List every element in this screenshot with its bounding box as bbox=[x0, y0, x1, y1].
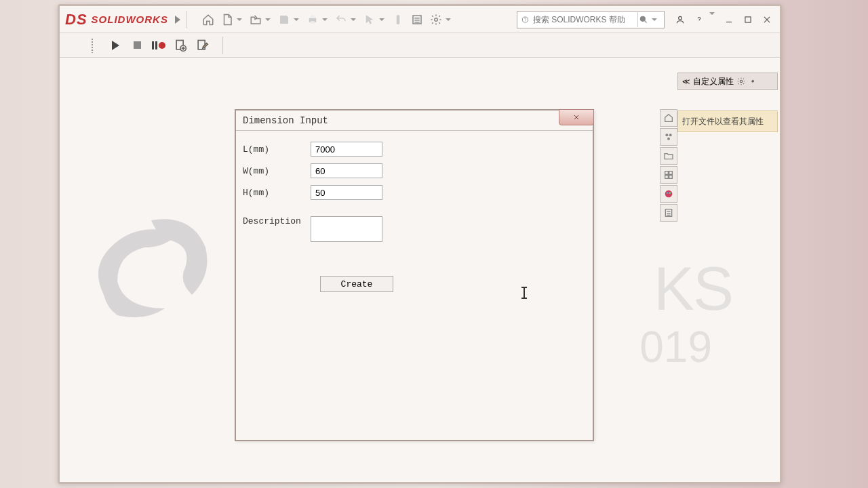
app-name: SOLIDWORKS bbox=[92, 14, 168, 25]
svg-rect-2 bbox=[311, 21, 315, 24]
svg-point-27 bbox=[667, 138, 670, 140]
macro-toolbar bbox=[60, 33, 780, 58]
new-macro-icon[interactable] bbox=[174, 39, 187, 52]
expand-menu-icon[interactable] bbox=[175, 16, 180, 24]
edit-macro-icon[interactable] bbox=[195, 39, 209, 52]
help-icon[interactable] bbox=[692, 12, 707, 27]
new-file-icon[interactable] bbox=[219, 12, 235, 28]
height-label: H(mm) bbox=[243, 188, 311, 198]
svg-point-39 bbox=[740, 80, 743, 83]
record-pause-macro-icon[interactable] bbox=[152, 39, 165, 52]
search-dropdown-icon[interactable] bbox=[652, 18, 657, 21]
width-input[interactable] bbox=[311, 163, 382, 178]
undo-icon[interactable] bbox=[333, 12, 349, 28]
maximize-icon[interactable] bbox=[741, 12, 755, 27]
svg-point-32 bbox=[665, 190, 673, 198]
custom-properties-header[interactable]: ≪ 自定义属性 bbox=[677, 73, 778, 90]
taskpane-appearance-icon[interactable] bbox=[660, 185, 677, 203]
custom-properties-title: 自定义属性 bbox=[693, 76, 734, 87]
svg-rect-28 bbox=[665, 171, 669, 175]
app-window: DS SOLIDWORKS bbox=[58, 4, 782, 484]
panel-pin-icon[interactable] bbox=[749, 77, 757, 85]
main-toolbar: DS SOLIDWORKS bbox=[60, 6, 780, 33]
dialog-body: L(mm) W(mm) H(mm) Description Create bbox=[236, 131, 593, 303]
panel-gear-icon[interactable] bbox=[736, 77, 746, 86]
toolbar-grip-icon[interactable] bbox=[91, 38, 94, 53]
home-icon[interactable] bbox=[200, 12, 216, 28]
watermark-text: KS bbox=[654, 254, 732, 324]
svg-rect-29 bbox=[669, 171, 673, 175]
workspace: KS 019 Dimension Input L(mm) W(mm) bbox=[60, 58, 780, 482]
help-search-input[interactable] bbox=[529, 15, 635, 24]
description-input[interactable] bbox=[311, 216, 382, 242]
print-icon[interactable] bbox=[304, 12, 321, 28]
svg-text:?: ? bbox=[524, 17, 527, 22]
open-file-dropdown-icon[interactable] bbox=[265, 18, 271, 21]
taskpane-resources-icon[interactable] bbox=[660, 128, 677, 146]
help-search-box[interactable]: ? bbox=[517, 11, 665, 28]
svg-point-26 bbox=[669, 134, 672, 136]
collapse-chevron-icon[interactable]: ≪ bbox=[682, 77, 690, 86]
svg-rect-3 bbox=[397, 15, 400, 24]
length-input[interactable] bbox=[311, 142, 382, 157]
close-window-icon[interactable] bbox=[760, 12, 774, 27]
task-pane-iconbar bbox=[660, 109, 677, 222]
app-logo: DS SOLIDWORKS bbox=[65, 11, 168, 28]
open-file-icon[interactable] bbox=[248, 12, 264, 28]
svg-point-25 bbox=[665, 134, 668, 136]
length-label: L(mm) bbox=[243, 144, 311, 155]
rebuild-icon[interactable] bbox=[390, 12, 406, 28]
select-icon[interactable] bbox=[361, 12, 378, 28]
height-input[interactable] bbox=[311, 185, 382, 200]
taskpane-view-icon[interactable] bbox=[660, 166, 677, 184]
dialog-title-text: Dimension Input bbox=[243, 115, 328, 126]
svg-point-34 bbox=[669, 192, 671, 194]
svg-rect-1 bbox=[311, 15, 315, 18]
ds-watermark-icon bbox=[80, 200, 222, 336]
taskpane-library-icon[interactable] bbox=[660, 147, 677, 165]
create-button[interactable]: Create bbox=[320, 276, 393, 292]
stop-macro-icon[interactable] bbox=[130, 39, 144, 52]
user-icon[interactable] bbox=[673, 12, 688, 27]
help-dropdown-icon[interactable] bbox=[709, 12, 715, 15]
panel-hint-note: 打开文件以查看其属性 bbox=[677, 110, 778, 132]
svg-rect-15 bbox=[745, 16, 751, 22]
svg-point-33 bbox=[667, 192, 669, 194]
width-label: W(mm) bbox=[243, 166, 311, 176]
print-dropdown-icon[interactable] bbox=[322, 18, 328, 21]
new-file-dropdown-icon[interactable] bbox=[237, 18, 242, 21]
search-icon[interactable] bbox=[637, 12, 649, 27]
taskpane-home-icon[interactable] bbox=[660, 109, 677, 127]
dialog-titlebar[interactable]: Dimension Input bbox=[236, 110, 593, 131]
svg-rect-30 bbox=[665, 176, 669, 179]
minimize-icon[interactable] bbox=[722, 12, 736, 27]
dialog-close-button[interactable] bbox=[559, 109, 594, 125]
settings-gear-icon[interactable] bbox=[428, 12, 444, 28]
watermark-year: 019 bbox=[639, 322, 712, 372]
save-icon[interactable] bbox=[276, 12, 292, 28]
save-dropdown-icon[interactable] bbox=[294, 18, 299, 21]
taskpane-properties-icon[interactable] bbox=[660, 204, 677, 222]
description-label: Description bbox=[243, 216, 311, 226]
svg-point-8 bbox=[435, 18, 438, 21]
undo-dropdown-icon[interactable] bbox=[351, 18, 356, 21]
dimension-input-dialog: Dimension Input L(mm) W(mm) H(mm) bbox=[235, 109, 594, 441]
options-list-icon[interactable] bbox=[409, 12, 425, 28]
play-macro-icon[interactable] bbox=[108, 39, 122, 52]
svg-point-11 bbox=[640, 16, 645, 21]
svg-point-13 bbox=[679, 16, 682, 20]
select-dropdown-icon[interactable] bbox=[379, 18, 384, 21]
settings-dropdown-icon[interactable] bbox=[446, 18, 451, 21]
svg-line-12 bbox=[645, 20, 647, 22]
svg-rect-31 bbox=[669, 176, 673, 179]
custom-properties-panel: ≪ 自定义属性 打开文件以查看其属性 bbox=[677, 73, 778, 208]
